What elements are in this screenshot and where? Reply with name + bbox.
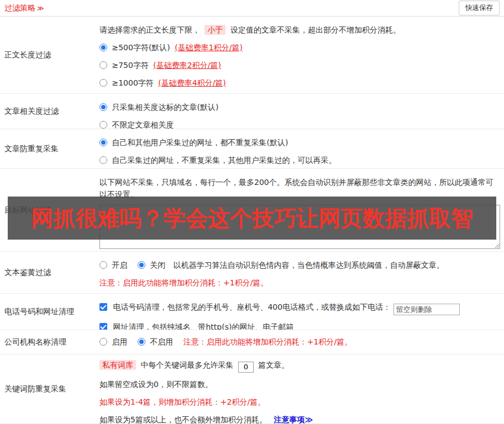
target-site-textarea[interactable]	[99, 205, 500, 249]
option-label: 网址清理，包括纯域名、带http(s)的网址、电子邮箱	[113, 322, 293, 330]
section-dedupe-label: 文章防重复采集	[0, 129, 99, 168]
intro-pre: 请选择需求的正文长度下限，	[99, 25, 200, 34]
radio-option-750[interactable]: ≥750字符 (基础费率2积分/篇)	[99, 59, 498, 71]
keyword-line1-mid: 中每个关键词最多允许采集	[140, 361, 233, 369]
option-label: 不限定文章相关度	[112, 120, 174, 129]
radio-option-company-off[interactable]: 不启用	[138, 337, 176, 346]
section-phone-url-content: 电话号码清理，包括常见的手机号、座机号、400电话格式，或替换成如下电话： 网址…	[99, 294, 504, 330]
option-label: 自己和其他用户采集过的网址，都不重复采集(默认)	[112, 138, 288, 147]
filter-settings-page: 过滤策略≫ 快速保存 正文长度过滤 请选择需求的正文长度下限， 小于 设定值的文…	[0, 0, 504, 424]
radio-unchecked-icon[interactable]	[99, 121, 107, 129]
section-company-cleanup-label: 公司机构名称清理	[0, 330, 99, 354]
page-title[interactable]: 过滤策略≫	[4, 3, 44, 13]
section-target-site-label: 目标网站过滤	[0, 169, 99, 251]
page-title-text: 过滤策略	[4, 3, 35, 12]
porn-filter-note: 注意：启用此功能将增加积分消耗：+1积分/篇。	[99, 277, 498, 289]
radio-checked-icon[interactable]	[138, 338, 145, 346]
radio-option-relevance-any[interactable]: 不限定文章相关度	[99, 119, 498, 129]
radio-option-dedupe-all[interactable]: 自己和其他用户采集过的网址，都不重复采集(默认)	[99, 136, 498, 149]
notes-link[interactable]: 注意事项≫	[274, 415, 313, 424]
option-label: 开启	[112, 261, 127, 269]
option-fee: (基础费率4积分/篇)	[158, 78, 226, 87]
section-keyword-dedupe-label: 关键词防重复采集	[0, 354, 99, 423]
option-label: ≥1000字符	[112, 78, 153, 87]
keyword-line4: 如果设为5篇或以上，也不会额外增加积分消耗。	[99, 415, 267, 424]
radio-unchecked-icon[interactable]	[99, 156, 107, 164]
option-label: 自己采集过的网址，不重复采集，其他用户采集过的，可以再采。	[112, 156, 336, 165]
section-porn-filter-content: 开启 关闭 以机器学习算法自动识别色情内容，当色情概率达到系统阈值，自动屏蔽文章…	[99, 252, 504, 293]
radio-option-relevance-strict[interactable]: 只采集相关度达标的文章(默认)	[99, 101, 498, 113]
option-label: 只采集相关度达标的文章(默认)	[112, 103, 218, 112]
section-relevance: 文章相关度过滤 只采集相关度达标的文章(默认) 不限定文章相关度	[0, 94, 504, 129]
section-phone-url: 电话号码和网址清理 电话号码清理，包括常见的手机号、座机号、400电话格式，或替…	[0, 294, 504, 330]
radio-option-dedupe-own[interactable]: 自己采集过的网址，不重复采集，其他用户采集过的，可以再采。	[99, 154, 498, 166]
section-dedupe: 文章防重复采集 自己和其他用户采集过的网址，都不重复采集(默认) 自己采集过的网…	[0, 129, 504, 169]
company-cleanup-note: 注意：启用此功能将增加积分消耗：+1积分/篇。	[183, 337, 352, 346]
section-relevance-content: 只采集相关度达标的文章(默认) 不限定文章相关度	[99, 94, 504, 129]
radio-unchecked-icon[interactable]	[99, 61, 107, 69]
keyword-line3: 如果设为1-4篇，则增加积分消耗：+2积分/篇。	[99, 396, 498, 408]
radio-option-1000[interactable]: ≥1000字符 (基础费率4积分/篇)	[99, 77, 498, 89]
option-label: 电话号码清理，包括常见的手机号、座机号、400电话格式，或替换成如下电话：	[113, 303, 391, 311]
body-length-intro: 请选择需求的正文长度下限， 小于 设定值的文章不采集，超出部分不增加积分消耗。	[99, 24, 498, 36]
checkbox-url-cleanup[interactable]: 网址清理，包括纯域名、带http(s)的网址、电子邮箱	[99, 322, 293, 330]
section-porn-filter: 文本鉴黄过滤 开启 关闭 以机器学习算法自动识别色情内容，当色情概率达到系统阈值…	[0, 252, 504, 294]
section-company-cleanup-content: 启用 不启用 注意：启用此功能将增加积分消耗：+1积分/篇。	[99, 330, 504, 354]
section-keyword-dedupe-content: 私有词库 中每个关键词最多允许采集 篇文章。 如果留空或设为0，则不限篇数。 如…	[99, 354, 504, 423]
section-body-length: 正文长度过滤 请选择需求的正文长度下限， 小于 设定值的文章不采集，超出部分不增…	[0, 17, 504, 94]
option-label: ≥750字符	[112, 61, 148, 70]
quick-save-button[interactable]: 快速保存	[459, 1, 500, 15]
option-fee: (基础费率1积分/篇)	[175, 43, 243, 52]
collapse-chevron-icon: ≫	[37, 4, 44, 12]
option-fee: (基础费率2积分/篇)	[153, 61, 221, 70]
target-site-desc: 以下网站不采集，只填域名，每行一个，最多200个。系统会自动识别并屏蔽那些非文章…	[99, 176, 497, 200]
checkbox-phone-cleanup[interactable]: 电话号码清理，包括常见的手机号、座机号、400电话格式，或替换成如下电话：	[99, 303, 393, 311]
radio-unchecked-icon[interactable]	[99, 79, 107, 87]
intro-post: 设定值的文章不采集，超出部分不增加积分消耗。	[230, 25, 401, 34]
section-porn-filter-label: 文本鉴黄过滤	[0, 252, 99, 293]
radio-option-500[interactable]: ≥500字符(默认) (基础费率1积分/篇)	[99, 41, 498, 54]
section-company-cleanup: 公司机构名称清理 启用 不启用 注意：启用此功能将增加积分消耗：+1积分/篇。	[0, 330, 504, 354]
section-body-length-label: 正文长度过滤	[0, 17, 99, 93]
radio-checked-icon[interactable]	[99, 139, 107, 146]
checkbox-checked-icon[interactable]	[99, 323, 107, 330]
section-target-site: 目标网站过滤 以下网站不采集，只填域名，每行一个，最多200个。系统会自动识别并…	[0, 169, 504, 252]
private-lexicon-highlight: 私有词库	[99, 360, 136, 370]
radio-option-company-on[interactable]: 启用	[99, 337, 130, 346]
checkbox-checked-icon[interactable]	[99, 303, 107, 311]
section-relevance-label: 文章相关度过滤	[0, 94, 99, 129]
keyword-line2: 如果留空或设为0，则不限篇数。	[99, 378, 498, 390]
replacement-phone-input[interactable]	[393, 304, 460, 315]
option-label: 不启用	[150, 337, 173, 346]
radio-option-porn-on[interactable]: 开启	[99, 261, 130, 269]
less-than-highlight: 小于	[204, 25, 225, 35]
section-phone-url-label: 电话号码和网址清理	[0, 294, 99, 330]
radio-unchecked-icon[interactable]	[99, 338, 107, 346]
radio-option-porn-off[interactable]: 关闭	[138, 261, 168, 269]
radio-checked-icon[interactable]	[99, 44, 107, 51]
section-body-length-content: 请选择需求的正文长度下限， 小于 设定值的文章不采集，超出部分不增加积分消耗。 …	[99, 17, 504, 93]
section-target-site-content: 以下网站不采集，只填域名，每行一个，最多200个。系统会自动识别并屏蔽那些非文章…	[99, 169, 504, 251]
porn-filter-desc: 以机器学习算法自动识别色情内容，当色情概率达到系统阈值，自动屏蔽文章。	[174, 261, 444, 269]
option-label: ≥500字符(默认)	[112, 43, 170, 52]
section-dedupe-content: 自己和其他用户采集过的网址，都不重复采集(默认) 自己采集过的网址，不重复采集，…	[99, 129, 504, 168]
radio-unchecked-icon[interactable]	[99, 261, 107, 269]
page-header: 过滤策略≫ 快速保存	[0, 0, 504, 17]
section-keyword-dedupe: 关键词防重复采集 私有词库 中每个关键词最多允许采集 篇文章。 如果留空或设为0…	[0, 354, 504, 424]
option-label: 启用	[112, 337, 127, 346]
option-label: 关闭	[150, 261, 165, 269]
keyword-line1-suffix: 篇文章。	[258, 361, 289, 369]
keyword-max-count-input[interactable]	[238, 362, 254, 373]
radio-checked-icon[interactable]	[138, 261, 145, 269]
radio-checked-icon[interactable]	[99, 103, 107, 111]
